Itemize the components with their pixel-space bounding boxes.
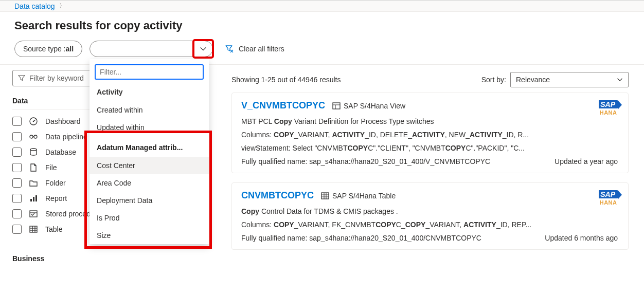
source-type-value: all bbox=[66, 45, 74, 53]
clear-all-filters[interactable]: Clear all filters bbox=[225, 45, 284, 53]
breadcrumb-root[interactable]: Data catalog bbox=[14, 2, 55, 10]
facet-label: Folder bbox=[45, 179, 66, 187]
dropdown-item-area-code[interactable]: Area Code bbox=[90, 174, 209, 192]
source-type-pill[interactable]: Source type : all bbox=[14, 41, 82, 57]
facet-label: File bbox=[45, 163, 57, 172]
svg-rect-18 bbox=[333, 103, 340, 109]
svg-rect-21 bbox=[321, 193, 329, 199]
svg-point-7 bbox=[30, 149, 37, 151]
sproc-icon bbox=[29, 209, 38, 218]
facet-label: Report bbox=[45, 194, 67, 203]
result-title-link[interactable]: CNVMBTCOPYC bbox=[241, 190, 314, 201]
chevron-down-icon bbox=[617, 77, 623, 83]
filter-icon bbox=[18, 75, 25, 82]
checkbox[interactable] bbox=[12, 132, 22, 141]
checkbox[interactable] bbox=[12, 194, 22, 203]
facet-business-header: Business bbox=[12, 251, 105, 267]
result-kind: SAP S/4Hana View bbox=[332, 102, 405, 110]
result-card[interactable]: SAP HANA CNVMBTCOPYC SAP S/4Hana Table C… bbox=[231, 182, 629, 250]
file-icon bbox=[29, 163, 38, 172]
result-updated: Updated 6 months ago bbox=[545, 234, 618, 242]
svg-point-5 bbox=[34, 135, 37, 138]
result-updated: Updated a year ago bbox=[554, 157, 618, 166]
view-icon bbox=[332, 102, 341, 110]
sap-badge: SAP HANA bbox=[599, 100, 618, 116]
sort-select[interactable]: Relevance bbox=[510, 72, 629, 87]
facet-label: Table bbox=[45, 225, 62, 233]
dropdown-item-updated-within[interactable]: Updated within bbox=[90, 119, 209, 136]
result-columns: Columns: COPY_VARIANT, ACTIVITY_ID, DELE… bbox=[241, 131, 619, 139]
chevron-right-icon: 〉 bbox=[59, 2, 65, 10]
breadcrumb: Data catalog 〉 bbox=[0, 2, 644, 10]
clear-filters-label: Clear all filters bbox=[239, 45, 284, 53]
gauge-icon bbox=[29, 117, 38, 126]
result-description: MBT PCL Copy Variant Definition for Proc… bbox=[241, 117, 619, 125]
report-icon bbox=[29, 194, 38, 203]
dropdown-item-deployment-data[interactable]: Deployment Data bbox=[90, 192, 209, 209]
svg-point-4 bbox=[30, 135, 33, 138]
filter-keyword-placeholder: Filter by keyword bbox=[29, 74, 84, 82]
folder-icon bbox=[29, 178, 38, 188]
result-viewstatement: viewStatement: Select "CNVMBTCOPYC"."CLI… bbox=[241, 144, 619, 152]
facet-label: Dashboard bbox=[45, 117, 81, 125]
result-kind-label: SAP S/4Hana View bbox=[344, 102, 405, 110]
checkbox[interactable] bbox=[12, 117, 22, 126]
svg-rect-10 bbox=[35, 195, 37, 201]
checkbox[interactable] bbox=[12, 225, 22, 234]
result-columns: Columns: COPY_VARIANT, FK_CNVMBTCOPYC_CO… bbox=[241, 220, 619, 229]
result-title-link[interactable]: V_CNVMBTCOPYC bbox=[241, 100, 325, 111]
svg-point-3 bbox=[33, 121, 34, 122]
dropdown-filter-input[interactable] bbox=[100, 68, 199, 76]
sort-value: Relevance bbox=[516, 76, 550, 84]
svg-rect-11 bbox=[30, 211, 37, 217]
result-card[interactable]: SAP HANA V_CNVMBTCOPYC SAP S/4Hana View … bbox=[231, 93, 629, 173]
checkbox[interactable] bbox=[12, 178, 22, 188]
table-icon bbox=[321, 192, 329, 200]
result-kind: SAP S/4Hana Table bbox=[321, 192, 396, 200]
filter-dropdown-panel: Activity Created within Updated within A… bbox=[90, 59, 209, 244]
dropdown-item-is-prod[interactable]: Is Prod bbox=[90, 209, 209, 227]
filter-clear-icon bbox=[225, 45, 234, 53]
dropdown-section-managed: Adatum Managed attrib... bbox=[90, 136, 209, 157]
table-icon bbox=[29, 225, 38, 234]
sap-badge: SAP HANA bbox=[599, 190, 618, 206]
checkbox[interactable] bbox=[12, 209, 22, 218]
result-kind-label: SAP S/4Hana Table bbox=[332, 192, 396, 200]
dropdown-section-activity: Activity bbox=[90, 85, 209, 101]
dropdown-item-created-within[interactable]: Created within bbox=[90, 101, 209, 119]
svg-rect-13 bbox=[30, 226, 37, 232]
pipeline-icon bbox=[29, 132, 38, 141]
database-icon bbox=[29, 148, 38, 157]
svg-rect-9 bbox=[33, 197, 34, 201]
chevron-down-icon[interactable] bbox=[194, 41, 212, 57]
dropdown-item-cost-center[interactable]: Cost Center bbox=[90, 157, 209, 174]
facet-label: Data pipeline bbox=[45, 133, 87, 141]
result-description: Copy Control Data for TDMS & CMIS packag… bbox=[241, 207, 619, 215]
checkbox[interactable] bbox=[12, 148, 22, 157]
checkbox[interactable] bbox=[12, 163, 22, 172]
sort-label: Sort by: bbox=[481, 76, 506, 84]
add-filter-pill[interactable] bbox=[90, 41, 213, 57]
page-title: Search results for copy activity bbox=[0, 12, 644, 40]
sap-sub-label: HANA bbox=[599, 110, 618, 116]
facet-label: Database bbox=[45, 148, 76, 156]
dropdown-filter-input-wrap bbox=[95, 64, 204, 80]
svg-rect-8 bbox=[30, 199, 32, 201]
dropdown-item-size[interactable]: Size bbox=[90, 227, 209, 244]
sap-sub-label: HANA bbox=[599, 200, 618, 206]
filters-row: Source type : all Activity Created withi… bbox=[0, 40, 644, 64]
source-type-label: Source type : bbox=[23, 45, 66, 53]
